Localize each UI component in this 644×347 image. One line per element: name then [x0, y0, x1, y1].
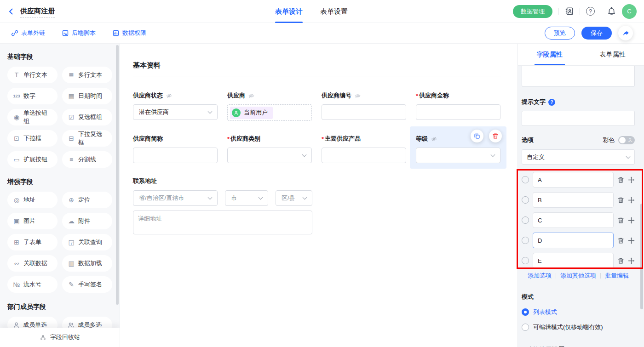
field-supplier-shortname[interactable]: 供应商简称: [133, 135, 218, 163]
detail-address-textarea[interactable]: [133, 210, 312, 234]
field-pill-linked-data[interactable]: ∾关联数据: [7, 255, 58, 272]
supplier-shortname-input[interactable]: [133, 148, 218, 163]
field-pill-radio-group[interactable]: ◉单选按钮组: [7, 109, 58, 125]
field-supplier-no[interactable]: 供应商编号: [322, 91, 406, 121]
field-pill-signature[interactable]: ✎手写签名: [62, 276, 112, 293]
delete-option-button[interactable]: [617, 237, 624, 244]
chevron-down-icon: [491, 153, 495, 157]
tab-form-design[interactable]: 表单设计: [275, 0, 303, 23]
option-radio[interactable]: [522, 216, 529, 224]
field-pill-attachment[interactable]: ☁附件: [62, 213, 112, 229]
option-radio[interactable]: [522, 196, 529, 204]
field-pill-dropdown[interactable]: ⊡下拉框: [7, 130, 58, 147]
tab-field-properties[interactable]: 字段属性: [518, 44, 581, 65]
backend-script-button[interactable]: 后端脚本: [62, 29, 96, 37]
supplier-category-select[interactable]: [227, 148, 312, 163]
field-pill-locate[interactable]: ⊕定位: [62, 192, 112, 208]
supplier-default-value-box[interactable]: 当前用户: [227, 104, 312, 121]
chevron-down-icon: [626, 154, 631, 159]
tab-form-properties[interactable]: 表单属性: [581, 44, 644, 65]
field-pill-data-load[interactable]: ▥数据加载: [62, 255, 112, 272]
batch-edit-link[interactable]: 批量编辑: [605, 272, 629, 280]
delete-field-button[interactable]: [489, 130, 502, 142]
district-select[interactable]: 区/县: [276, 190, 312, 206]
option-radio[interactable]: [522, 237, 529, 244]
help-icon[interactable]: ?: [586, 7, 595, 16]
field-pill-extend-button[interactable]: ▭扩展按钮: [7, 151, 58, 168]
help-question-icon[interactable]: ?: [548, 99, 555, 106]
delete-option-button[interactable]: [617, 257, 624, 264]
province-select[interactable]: 省/自治区/直辖市: [133, 190, 218, 206]
mode-list-radio[interactable]: 列表模式: [522, 308, 635, 316]
delete-option-button[interactable]: [617, 197, 624, 204]
supplier-no-input[interactable]: [322, 104, 406, 120]
share-button[interactable]: [618, 26, 633, 40]
field-contact-address[interactable]: 联系地址 省/自治区/直辖市 市 区/县: [133, 177, 501, 236]
mode-editable-radio[interactable]: 可编辑模式(仅移动端有效): [522, 323, 635, 331]
field-pill-serial-number[interactable]: №流水号: [7, 276, 58, 293]
field-supplier[interactable]: 供应商 当前用户: [227, 91, 312, 121]
field-supplier-category[interactable]: * 供应商类别: [227, 135, 312, 163]
option-input[interactable]: [533, 192, 614, 208]
field-pill-number[interactable]: 123数字: [7, 88, 58, 104]
drag-option-handle[interactable]: [628, 197, 635, 204]
hint-text-input[interactable]: [522, 111, 635, 126]
field-pill-checkbox-group[interactable]: ☑复选框组: [62, 109, 112, 125]
field-pill-single-text[interactable]: T单行文本: [7, 67, 58, 83]
field-pill-multi-dropdown[interactable]: ⊟下拉复选框: [62, 130, 112, 147]
option-radio[interactable]: [522, 176, 529, 183]
script-icon: [62, 29, 69, 37]
city-select[interactable]: 市: [225, 190, 268, 206]
add-other-option-link[interactable]: 添加其他选项: [560, 272, 596, 280]
data-manage-button[interactable]: 数据管理: [513, 5, 552, 18]
back-icon[interactable]: [7, 8, 15, 15]
option-radio[interactable]: [522, 257, 529, 264]
option-input[interactable]: [533, 212, 614, 228]
drag-option-handle[interactable]: [628, 257, 635, 264]
field-pill-linked-query[interactable]: ◲关联查询: [62, 234, 112, 250]
field-pill-image[interactable]: ▣图片: [7, 213, 58, 229]
delete-option-button[interactable]: [617, 176, 624, 183]
option-row: [522, 172, 635, 188]
field-pill-divider[interactable]: ≡分割线: [62, 151, 112, 168]
option-input[interactable]: [533, 233, 614, 248]
form-section-title[interactable]: 基本资料: [133, 61, 501, 76]
supplier-status-select[interactable]: 潜在供应商: [133, 104, 218, 120]
option-source-select[interactable]: 自定义: [522, 149, 635, 165]
current-user-tag[interactable]: 当前用户: [230, 107, 273, 119]
copy-field-button[interactable]: [471, 130, 483, 142]
form-external-link-button[interactable]: 表单外链: [11, 29, 45, 37]
field-pill-address[interactable]: ◎地址: [7, 192, 58, 208]
field-level-selected[interactable]: 等级: [416, 135, 500, 163]
field-pill-multi-text[interactable]: ≣多行文本: [62, 67, 112, 83]
field-recycle-bin[interactable]: 字段回收站: [0, 328, 120, 347]
supplier-fullname-input[interactable]: [416, 104, 500, 120]
option-input[interactable]: [533, 172, 614, 188]
panel-scrollbar[interactable]: [640, 204, 643, 309]
avatar[interactable]: C: [622, 4, 637, 19]
level-select[interactable]: [416, 148, 500, 163]
field-main-products[interactable]: * 主要供应产品: [322, 135, 406, 163]
drag-option-handle[interactable]: [628, 217, 635, 224]
delete-option-button[interactable]: [617, 217, 624, 224]
field-supplier-status[interactable]: 供应商状态 潜在供应商: [133, 91, 218, 121]
color-toggle[interactable]: 关: [618, 136, 635, 144]
drag-option-handle[interactable]: [628, 176, 635, 183]
data-permission-button[interactable]: 数据权限: [112, 29, 146, 37]
tab-form-settings[interactable]: 表单设置: [320, 0, 348, 23]
sidebar-scrollbar[interactable]: [116, 45, 119, 305]
field-title-input[interactable]: [522, 66, 635, 87]
recycle-icon: [40, 334, 46, 341]
drag-option-handle[interactable]: [628, 237, 635, 244]
page-title[interactable]: 供应商注册: [20, 7, 55, 18]
option-input[interactable]: [533, 253, 614, 268]
notification-bell-icon[interactable]: [607, 7, 616, 16]
add-option-link[interactable]: 添加选项: [528, 272, 552, 280]
save-button[interactable]: 保存: [581, 27, 612, 40]
field-supplier-fullname[interactable]: * 供应商全称: [416, 91, 500, 121]
contact-book-icon[interactable]: [565, 7, 574, 16]
field-pill-subform[interactable]: ⊞子表单: [7, 234, 58, 250]
main-products-input[interactable]: [322, 148, 406, 163]
field-pill-datetime[interactable]: ▦日期时间: [62, 88, 112, 104]
preview-button[interactable]: 预览: [545, 27, 575, 40]
